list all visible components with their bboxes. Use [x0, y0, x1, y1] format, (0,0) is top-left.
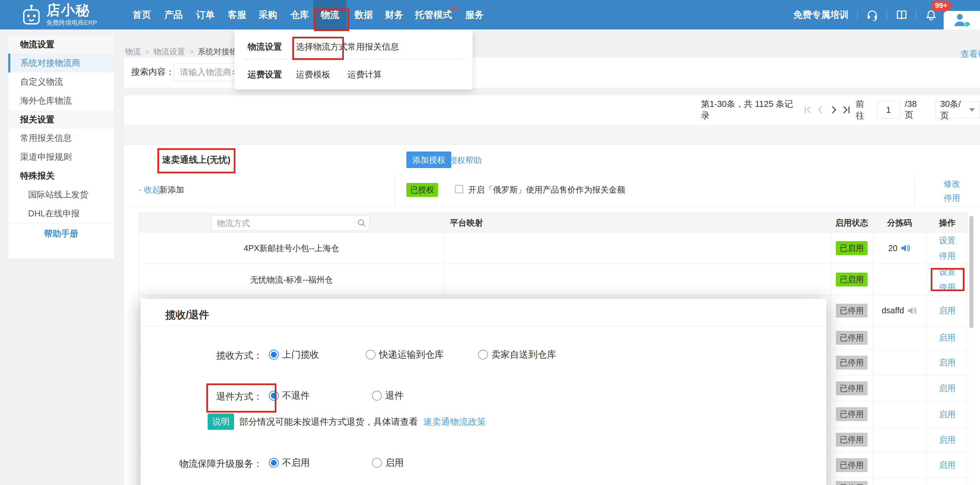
protection-option-1[interactable]: 不启用 — [269, 456, 310, 469]
view-help-link[interactable]: 查看帮助 — [961, 48, 980, 60]
nav-item-7[interactable]: 物流 — [313, 0, 347, 29]
notifications[interactable]: 99+ — [925, 9, 937, 21]
nav-item-label: 首页 — [133, 9, 151, 21]
pickup-option-3[interactable]: 卖家自送到仓库 — [478, 348, 556, 361]
nav-item-3[interactable]: 订单 — [189, 0, 221, 29]
method-name: 无忧物流-标准--福州仓 — [250, 274, 333, 285]
sidebar-subheader-8: 特殊报关 — [8, 166, 114, 185]
nav-item-5[interactable]: 采购 — [252, 0, 284, 29]
page-size-select[interactable]: 30条/页 — [935, 101, 980, 118]
add-auth-button[interactable]: 添加授权 — [406, 152, 451, 168]
sidebar-help-11[interactable]: 帮助手册 — [8, 223, 114, 244]
sidebar-subitem-10[interactable]: DHL在线申报 — [8, 204, 114, 223]
menu-freight-calc[interactable]: 运费计算 — [347, 69, 382, 80]
goto-label: 前往 — [856, 98, 872, 121]
collapse-link[interactable]: - 收起 — [139, 184, 161, 195]
disable-link[interactable]: 停用 — [943, 193, 960, 203]
logo-title: 店小秘 — [46, 3, 97, 17]
sort-code-cell — [873, 478, 926, 485]
app-logo[interactable]: 店小秘 免费跨境电商ERP — [21, 3, 97, 28]
action-enable-link[interactable]: 启用 — [939, 434, 956, 445]
action-cell: 启用 — [926, 452, 969, 478]
action-enable-link[interactable]: 启用 — [939, 357, 956, 368]
action-enable-link[interactable]: 启用 — [939, 409, 956, 420]
action-enable-link[interactable]: 启用 — [939, 305, 956, 316]
page-number-input[interactable]: 1 — [877, 101, 900, 119]
sidebar-item-4[interactable]: 海外仓库物流 — [8, 91, 114, 110]
next-page-button[interactable] — [827, 103, 840, 116]
nav-item-4[interactable]: 客服 — [221, 0, 253, 29]
pagination-bar: 第1-30条，共 1125 条记录 前往 1 /38 页 30条/页 — [701, 101, 980, 119]
menu-freight-template[interactable]: 运费模板 — [296, 69, 330, 80]
nav-item-10[interactable]: 托管模式 — [408, 0, 458, 29]
nav-item-9[interactable]: 财务 — [378, 0, 410, 29]
menu-select-logistics-method[interactable]: 选择物流方式 — [296, 41, 347, 53]
sidebar-item-6[interactable]: 常用报关信息 — [8, 129, 114, 148]
speaker-icon[interactable] — [900, 244, 910, 252]
training-link[interactable]: 免费专属培训 — [793, 9, 849, 21]
nav-item-label: 客服 — [228, 9, 246, 21]
action-settings-link[interactable]: 设置 — [939, 235, 956, 246]
return-option-label: 退件 — [385, 389, 404, 402]
action-settings-link[interactable]: 设置 — [939, 266, 956, 277]
vertical-scrollbar[interactable] — [969, 216, 974, 328]
provider-row: 速卖通线上(无忧) 添加授权 授权帮助 — [124, 145, 980, 175]
logistics-policy-link[interactable]: 速卖通物流政策 — [423, 416, 486, 428]
sort-code-value: 20 — [888, 244, 898, 253]
nav-item-1[interactable]: 首页 — [126, 0, 158, 29]
status-cell: 已停用 — [830, 375, 873, 401]
action-stop-link[interactable]: 停用 — [939, 282, 956, 293]
action-cell: 设置停用 — [926, 233, 969, 264]
breadcrumb-logistics-settings[interactable]: 物流设置 — [153, 46, 185, 57]
method-search-input[interactable]: 物流方式 — [211, 215, 354, 231]
sort-code-cell — [873, 326, 926, 349]
menu-common-customs-info[interactable]: 常用报关信息 — [347, 41, 399, 53]
pickup-option-2[interactable]: 快递运输到仓库 — [366, 348, 444, 361]
action-enable-link[interactable]: 启用 — [939, 383, 956, 394]
nav-item-8[interactable]: 数据 — [348, 0, 380, 29]
status-badge: 已停用 — [836, 356, 868, 370]
sort-code-cell — [873, 452, 926, 478]
nav-item-label: 数据 — [355, 9, 373, 21]
status-badge: 已停用 — [836, 481, 868, 485]
pickup-option-label: 快递运输到仓库 — [379, 348, 444, 361]
breadcrumb-logistics[interactable]: 物流 — [125, 46, 141, 57]
sidebar-subitem-9[interactable]: 国际站线上发货 — [8, 185, 114, 204]
status-badge: 已启用 — [836, 273, 868, 287]
prev-page-button[interactable] — [815, 103, 827, 116]
edit-link[interactable]: 修改 — [943, 178, 960, 189]
sidebar-item-3[interactable]: 自定义物流 — [8, 72, 114, 91]
action-cell: 启用 — [926, 350, 969, 375]
return-option-1[interactable]: 不退件 — [269, 389, 310, 402]
nav-item-label: 物流 — [321, 9, 339, 21]
sort-code-cell: dsaffd — [873, 295, 926, 325]
sort-code-cell — [873, 375, 926, 401]
action-stop-link[interactable]: 停用 — [939, 250, 956, 262]
status-badge: 已停用 — [836, 458, 868, 472]
sidebar-item-2[interactable]: 系统对接物流商 — [8, 54, 114, 72]
last-page-button[interactable] — [840, 103, 853, 116]
action-enable-link[interactable]: 启用 — [939, 459, 956, 471]
return-option-2[interactable]: 退件 — [372, 389, 404, 402]
user-account-menu[interactable] — [943, 11, 980, 29]
pickup-option-1[interactable]: 上门揽收 — [269, 348, 319, 361]
protection-option-2[interactable]: 启用 — [372, 456, 404, 469]
nav-item-6[interactable]: 仓库 — [284, 0, 315, 29]
action-enable-link[interactable]: 启用 — [939, 332, 956, 343]
first-page-button[interactable] — [802, 103, 815, 116]
headset-icon[interactable] — [866, 9, 878, 21]
dropdown-group-logistics-settings: 物流设置 — [248, 41, 282, 53]
sidebar-item-7[interactable]: 渠道申报规则 — [8, 148, 114, 166]
status-badge: 已停用 — [836, 331, 868, 345]
manual-book-icon[interactable] — [896, 9, 908, 21]
auth-help-link[interactable]: 授权帮助 — [449, 155, 482, 166]
status-badge: 已停用 — [836, 433, 868, 447]
speaker-icon[interactable] — [907, 306, 917, 315]
nav-item-11[interactable]: 服务 — [458, 0, 490, 29]
dropdown-group-freight-settings: 运费设置 — [248, 69, 282, 80]
method-search-button[interactable] — [354, 215, 370, 231]
nav-item-2[interactable]: 产品 — [158, 0, 189, 29]
russia-price-checkbox[interactable] — [455, 185, 463, 193]
status-cell: 已停用 — [830, 478, 873, 485]
breadcrumb-separator: > — [145, 47, 150, 56]
